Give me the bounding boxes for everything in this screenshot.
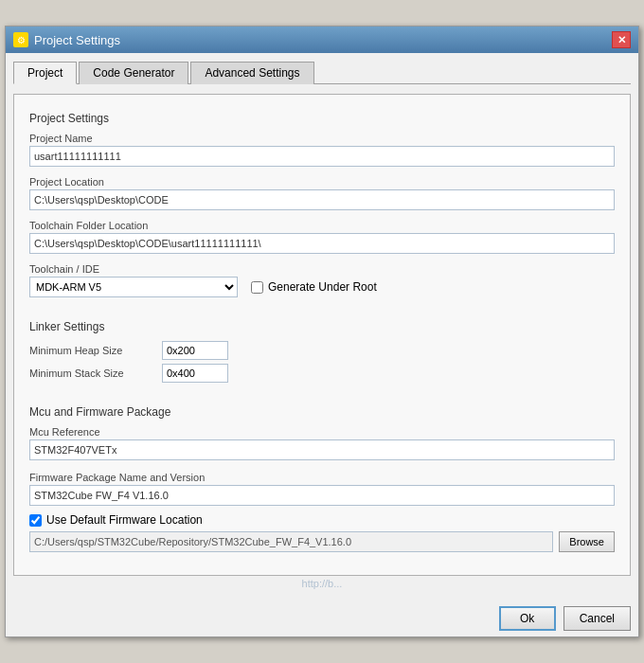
window-title: Project Settings xyxy=(34,33,120,47)
min-heap-row: Minimum Heap Size xyxy=(29,341,615,360)
min-heap-input[interactable] xyxy=(162,341,228,360)
window-icon-symbol: ⚙ xyxy=(17,35,26,45)
tab-code-generator[interactable]: Code Generator xyxy=(79,62,188,84)
linker-section-title: Linker Settings xyxy=(29,320,615,333)
firmware-pkg-input[interactable] xyxy=(29,485,615,506)
use-default-fw-group: Use Default Firmware Location xyxy=(29,513,615,527)
bottom-bar: Ok Cancel xyxy=(6,599,638,636)
close-button[interactable]: ✕ xyxy=(612,31,631,48)
divider-2 xyxy=(29,392,615,402)
divider-1 xyxy=(29,307,615,316)
title-bar-left: ⚙ Project Settings xyxy=(13,32,120,47)
project-location-group: Project Location xyxy=(29,176,615,210)
project-settings-section-title: Project Settings xyxy=(29,112,615,125)
tab-advanced-settings[interactable]: Advanced Settings xyxy=(190,62,313,84)
toolchain-folder-input[interactable] xyxy=(29,233,615,254)
mcu-section-title: Mcu and Firmware Package xyxy=(29,405,615,419)
toolchain-folder-label: Toolchain Folder Location xyxy=(29,220,615,231)
main-window: ⚙ Project Settings ✕ Project Code Genera… xyxy=(5,26,639,637)
toolchain-ide-group: Toolchain / IDE MDK-ARM V5 Generate Unde… xyxy=(29,263,615,297)
project-panel: Project Settings Project Name Project Lo… xyxy=(13,94,631,576)
watermark: http://b... xyxy=(13,576,631,591)
min-stack-label: Minimum Stack Size xyxy=(29,367,152,379)
toolchain-ide-row: MDK-ARM V5 Generate Under Root xyxy=(29,277,615,297)
ok-button[interactable]: Ok xyxy=(499,606,556,631)
cancel-button[interactable]: Cancel xyxy=(564,606,631,631)
tab-project[interactable]: Project xyxy=(13,62,77,84)
firmware-path-row: Browse xyxy=(29,531,615,552)
mcu-firmware-group: Mcu and Firmware Package Mcu Reference F… xyxy=(29,405,615,552)
toolchain-ide-label: Toolchain / IDE xyxy=(29,263,615,275)
project-location-input[interactable] xyxy=(29,189,615,210)
browse-button[interactable]: Browse xyxy=(559,531,615,552)
window-icon: ⚙ xyxy=(13,32,28,47)
generate-under-root-checkbox[interactable] xyxy=(251,281,263,294)
toolchain-folder-group: Toolchain Folder Location xyxy=(29,220,615,254)
toolchain-ide-select[interactable]: MDK-ARM V5 xyxy=(29,277,238,297)
use-default-fw-checkbox[interactable] xyxy=(29,514,42,527)
generate-under-root-group: Generate Under Root xyxy=(251,280,377,294)
project-name-input[interactable] xyxy=(29,146,615,167)
generate-under-root-label: Generate Under Root xyxy=(268,280,377,294)
min-stack-input[interactable] xyxy=(162,364,228,383)
window-body: Project Code Generator Advanced Settings… xyxy=(6,53,638,599)
min-stack-row: Minimum Stack Size xyxy=(29,364,615,383)
mcu-ref-label: Mcu Reference xyxy=(29,426,615,438)
mcu-ref-input[interactable] xyxy=(29,439,615,460)
firmware-path-input xyxy=(29,531,553,552)
use-default-fw-label: Use Default Firmware Location xyxy=(46,513,203,527)
project-name-label: Project Name xyxy=(29,133,615,144)
tab-bar: Project Code Generator Advanced Settings xyxy=(13,61,631,84)
linker-settings-group: Linker Settings Minimum Heap Size Minimu… xyxy=(29,320,615,383)
min-heap-label: Minimum Heap Size xyxy=(29,345,152,356)
project-location-label: Project Location xyxy=(29,176,615,188)
title-bar: ⚙ Project Settings ✕ xyxy=(6,27,638,53)
project-name-group: Project Name xyxy=(29,133,615,167)
firmware-pkg-label: Firmware Package Name and Version xyxy=(29,472,615,483)
